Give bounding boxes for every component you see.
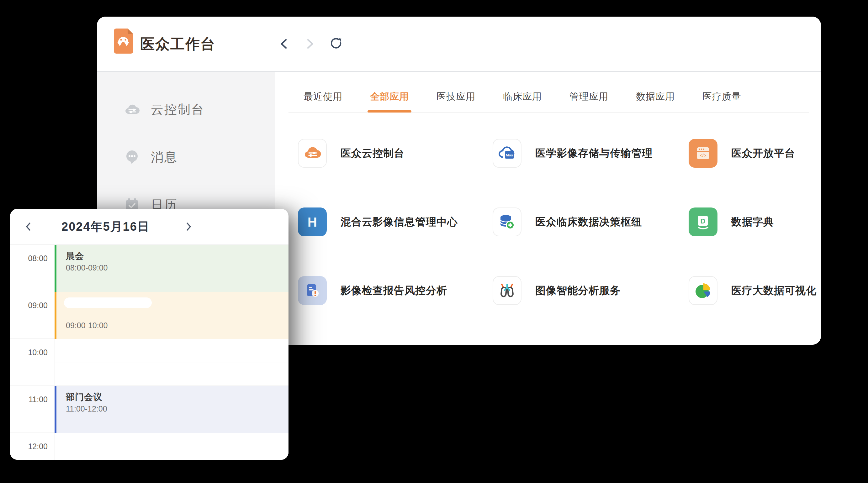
app-image-ai-analysis[interactable]: 图像智能分析服务	[493, 276, 621, 305]
app-label: 医学影像存储与传输管理	[535, 147, 653, 160]
window-header: 医众工作台	[97, 17, 821, 71]
blue-cloud-mos-icon: Mos	[493, 139, 522, 168]
app-label: 医众临床数据决策枢纽	[535, 215, 642, 229]
calendar-event-redacted[interactable]: 09:00-10:00	[55, 292, 288, 339]
tab-all-apps[interactable]: 全部应用	[370, 90, 409, 112]
app-clinical-data-hub[interactable]: 医众临床数据决策枢纽	[493, 207, 642, 236]
code-window-icon: </>	[689, 139, 717, 168]
dictionary-book-icon: D	[689, 207, 717, 236]
sidebar-item-messages[interactable]: 消息	[124, 148, 178, 166]
tabs-bar: 最近使用 全部应用 医技应用 临床应用 管理应用 数据应用 医疗质量	[288, 72, 809, 112]
tab-clinical-apps[interactable]: 临床应用	[503, 90, 542, 112]
time-label: 11:00	[10, 395, 48, 404]
app-report-risk-analysis[interactable]: 影像检查报告风控分析	[298, 276, 447, 305]
app-cloud-console[interactable]: 医众云控制台	[298, 139, 405, 168]
app-open-platform[interactable]: </> 医众开放平台	[689, 139, 795, 168]
tab-medtech-apps[interactable]: 医技应用	[436, 90, 475, 112]
tab-quality[interactable]: 医疗质量	[703, 90, 741, 112]
time-label: 09:00	[10, 301, 48, 310]
time-label: 12:00	[10, 442, 48, 451]
forward-button[interactable]	[304, 37, 317, 51]
svg-text:D: D	[701, 217, 706, 225]
app-image-storage-transfer[interactable]: Mos 医学影像存储与传输管理	[493, 139, 653, 168]
svg-text:H: H	[308, 215, 317, 229]
calendar-date: 2024年5月16日	[29, 209, 183, 245]
event-time: 08:00-09:00	[66, 263, 107, 272]
pie-chart-icon	[689, 276, 717, 305]
app-data-dictionary[interactable]: D 数据字典	[689, 207, 774, 236]
sidebar-item-label: 消息	[151, 149, 178, 166]
sidebar-item-label: 云控制台	[151, 101, 205, 118]
event-title: 部门会议	[66, 391, 102, 403]
sidebar-item-cloud-console[interactable]: 云控制台	[124, 100, 205, 119]
app-label: 医众云控制台	[341, 147, 405, 160]
content-area: 最近使用 全部应用 医技应用 临床应用 管理应用 数据应用 医疗质量	[275, 72, 821, 345]
app-hybrid-cloud-imaging[interactable]: H 混合云影像信息管理中心	[298, 207, 458, 236]
database-plus-icon	[493, 207, 522, 236]
app-big-data-visualization[interactable]: 医疗大数据可视化	[689, 276, 816, 305]
calendar-event-department-meeting[interactable]: 部门会议 11:00-12:00	[55, 386, 288, 433]
back-button[interactable]	[277, 37, 290, 51]
orange-cloud-sliders-icon	[298, 139, 327, 168]
svg-text:Mos: Mos	[506, 153, 513, 157]
app-label: 医众开放平台	[731, 147, 795, 160]
svg-text:</>: </>	[700, 153, 706, 158]
calendar-event-morning-meeting[interactable]: 晨会 08:00-09:00	[55, 245, 288, 292]
event-time: 09:00-10:00	[66, 321, 107, 330]
tab-recent[interactable]: 最近使用	[304, 90, 342, 112]
chat-bubble-icon	[124, 150, 140, 165]
event-title: 晨会	[66, 250, 84, 262]
app-label: 影像检查报告风控分析	[341, 284, 447, 298]
app-label: 医疗大数据可视化	[731, 284, 816, 298]
tab-data-apps[interactable]: 数据应用	[636, 90, 675, 112]
event-title-redacted-pill	[64, 297, 152, 308]
app-title: 医众工作台	[140, 17, 215, 71]
refresh-button[interactable]	[330, 37, 343, 51]
half-hour-gridline	[55, 363, 288, 363]
nav-controls	[277, 17, 343, 71]
active-tab-underline	[368, 110, 411, 112]
calendar-next-button[interactable]	[179, 209, 198, 245]
time-label: 10:00	[10, 348, 48, 357]
letter-h-icon: H	[298, 207, 327, 236]
calendar-header: 2024年5月16日	[10, 209, 288, 245]
time-label: 08:00	[10, 254, 48, 263]
app-label: 混合云影像信息管理中心	[341, 215, 458, 229]
calendar-grid: 08:00 09:00 10:00 11:00 12:00 晨会 08:00-0…	[10, 245, 288, 460]
event-time: 11:00-12:00	[66, 404, 107, 413]
cloud-sliders-icon	[124, 102, 140, 117]
report-alert-icon	[298, 276, 327, 305]
lungs-icon	[493, 276, 522, 305]
app-logo-icon	[113, 29, 133, 54]
tab-management-apps[interactable]: 管理应用	[569, 90, 608, 112]
app-label: 数据字典	[731, 215, 774, 229]
calendar-panel: 2024年5月16日 08:00 09:00 10:00 11:00 12:00…	[10, 209, 288, 460]
app-label: 图像智能分析服务	[535, 284, 621, 298]
